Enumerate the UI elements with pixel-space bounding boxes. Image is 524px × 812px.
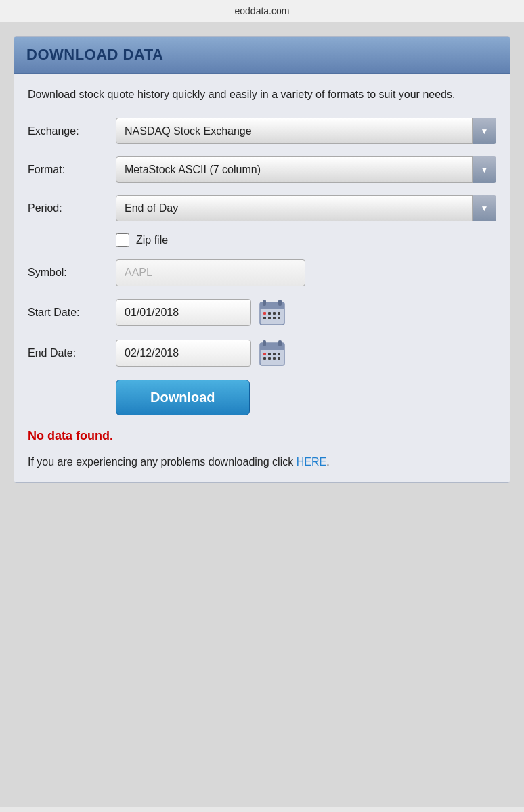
- format-row: Format: MetaStock ASCII (7 column) MetaS…: [28, 156, 496, 183]
- exchange-wrapper: NASDAQ Stock Exchange NYSE AMEX TSX: [116, 118, 496, 144]
- symbol-row: Symbol:: [28, 259, 496, 286]
- end-date-input[interactable]: [116, 340, 251, 367]
- start-date-calendar-icon[interactable]: [258, 298, 286, 327]
- svg-rect-18: [263, 353, 266, 355]
- here-link[interactable]: HERE: [297, 456, 326, 468]
- browser-address-bar: eoddata.com: [0, 0, 524, 22]
- format-select[interactable]: MetaStock ASCII (7 column) MetaStock ASC…: [116, 156, 496, 183]
- svg-rect-7: [273, 312, 276, 315]
- svg-rect-17: [278, 340, 282, 346]
- info-suffix: .: [326, 456, 329, 468]
- svg-rect-20: [273, 353, 276, 355]
- svg-rect-24: [273, 357, 276, 360]
- start-date-wrapper: [116, 298, 496, 327]
- start-date-input-wrapper: [116, 298, 496, 327]
- svg-rect-6: [268, 312, 271, 315]
- symbol-wrapper: [116, 259, 496, 286]
- card-header: DOWNLOAD DATA: [14, 37, 510, 74]
- exchange-row: Exchange: NASDAQ Stock Exchange NYSE AME…: [28, 118, 496, 144]
- page-wrapper: DOWNLOAD DATA Download stock quote histo…: [0, 22, 524, 807]
- svg-rect-5: [263, 312, 266, 315]
- info-prefix: If you are experiencing any problems dow…: [28, 456, 297, 468]
- format-label: Format:: [28, 164, 116, 176]
- card-body: Download stock quote history quickly and…: [14, 74, 510, 482]
- download-card: DOWNLOAD DATA Download stock quote histo…: [14, 36, 510, 483]
- symbol-input[interactable]: [116, 259, 305, 286]
- svg-rect-21: [278, 353, 280, 355]
- svg-rect-3: [263, 300, 266, 306]
- description-text: Download stock quote history quickly and…: [28, 87, 496, 103]
- svg-rect-15: [260, 347, 284, 350]
- svg-rect-12: [278, 317, 280, 319]
- svg-rect-19: [268, 353, 271, 355]
- url-text: eoddata.com: [235, 5, 290, 16]
- end-date-wrapper: [116, 339, 496, 367]
- end-date-calendar-icon[interactable]: [258, 339, 286, 367]
- svg-rect-8: [278, 312, 280, 315]
- zip-checkbox[interactable]: [116, 233, 129, 247]
- zip-row: Zip file: [116, 233, 496, 247]
- svg-rect-23: [268, 357, 271, 360]
- svg-rect-4: [278, 300, 282, 306]
- format-select-wrapper: MetaStock ASCII (7 column) MetaStock ASC…: [116, 156, 496, 183]
- period-wrapper: End of Day Weekly Monthly: [116, 195, 496, 221]
- svg-rect-22: [263, 357, 266, 360]
- svg-rect-25: [278, 357, 280, 360]
- svg-rect-2: [260, 307, 284, 309]
- end-date-row: End Date:: [28, 339, 496, 367]
- period-row: Period: End of Day Weekly Monthly: [28, 195, 496, 221]
- start-date-row: Start Date:: [28, 298, 496, 327]
- start-date-label: Start Date:: [28, 307, 116, 319]
- svg-rect-11: [273, 317, 276, 319]
- svg-rect-10: [268, 317, 271, 319]
- zip-label[interactable]: Zip file: [136, 234, 168, 246]
- format-wrapper: MetaStock ASCII (7 column) MetaStock ASC…: [116, 156, 496, 183]
- period-select-wrapper: End of Day Weekly Monthly: [116, 195, 496, 221]
- end-date-label: End Date:: [28, 347, 116, 359]
- svg-rect-16: [263, 340, 266, 346]
- exchange-select[interactable]: NASDAQ Stock Exchange NYSE AMEX TSX: [116, 118, 496, 144]
- error-message: No data found.: [28, 429, 496, 443]
- period-label: Period:: [28, 202, 116, 215]
- period-select[interactable]: End of Day Weekly Monthly: [116, 195, 496, 221]
- exchange-select-wrapper: NASDAQ Stock Exchange NYSE AMEX TSX: [116, 118, 496, 144]
- start-date-input[interactable]: [116, 299, 251, 326]
- exchange-label: Exchange:: [28, 125, 116, 137]
- info-text: If you are experiencing any problems dow…: [28, 454, 496, 470]
- symbol-label: Symbol:: [28, 267, 116, 279]
- page-title: DOWNLOAD DATA: [26, 46, 498, 64]
- svg-rect-9: [263, 317, 266, 319]
- end-date-input-wrapper: [116, 339, 496, 367]
- download-button[interactable]: Download: [116, 380, 250, 415]
